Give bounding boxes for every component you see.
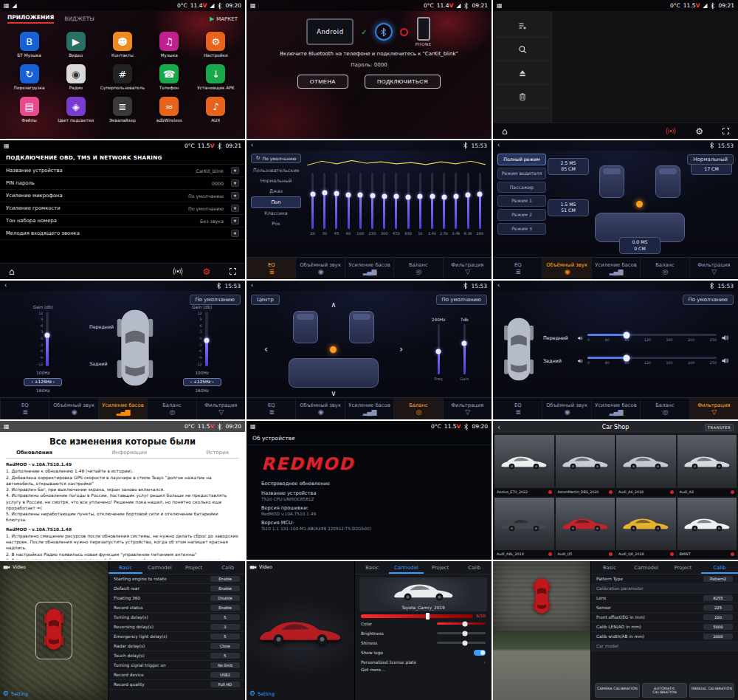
carmodel-setting-row[interactable]: Brightness <box>355 628 492 638</box>
video-chip[interactable]: Video <box>3 564 26 570</box>
settings-tab[interactable]: Basic <box>591 561 628 574</box>
mode-button[interactable]: Полный режим <box>497 154 546 165</box>
eq-band-slider[interactable]: 100 <box>355 173 366 236</box>
car-card[interactable]: Audi_A8L_2018 <box>494 498 554 559</box>
get-more-link[interactable]: Get more... <box>361 666 486 673</box>
rear-filter-slider[interactable]: 04085120160200250 <box>587 357 717 365</box>
app-icon[interactable]: B БТ Музыка <box>6 32 52 58</box>
dropdown-arrow-icon[interactable]: ▼ <box>231 192 239 199</box>
dropdown-arrow-icon[interactable]: ▼ <box>231 230 239 237</box>
slider-knob[interactable] <box>466 193 471 198</box>
setting-value[interactable]: Full HD <box>210 682 240 687</box>
setting-value[interactable]: USB2 <box>210 672 240 678</box>
preset-item[interactable]: Пользовательские <box>251 165 301 176</box>
front-filter-slider[interactable]: 04085120160200250 <box>587 334 717 342</box>
slider-track[interactable] <box>467 173 469 229</box>
app-icon[interactable]: ♫ Музыка <box>146 32 193 58</box>
slider-knob[interactable] <box>370 193 375 199</box>
setting-value[interactable]: 225 <box>703 605 733 611</box>
eq-band-slider[interactable]: 230 <box>367 173 378 236</box>
arrow-down-icon[interactable]: ∨ <box>331 390 336 397</box>
download-icon[interactable] <box>731 490 734 494</box>
eq-band-slider[interactable]: 60 <box>343 173 354 236</box>
app-icon[interactable]: ≈ adbWireless <box>146 97 193 123</box>
gain-slider[interactable] <box>46 312 49 366</box>
back-icon[interactable]: ‹ <box>251 143 253 148</box>
eq-band-slider[interactable]: 300 <box>379 173 390 236</box>
download-icon[interactable] <box>609 490 613 494</box>
audio-tab[interactable]: Объёмный звук ◉ <box>542 398 590 419</box>
car-card[interactable]: Aeolus_E70_2022 <box>494 435 554 496</box>
setting-chip[interactable]: ⚙Setting <box>3 690 28 697</box>
app-icon[interactable]: ⚙ Настройки <box>193 32 239 58</box>
slider-track[interactable] <box>479 173 481 229</box>
setting-value[interactable]: 5 <box>210 634 240 639</box>
settings-tab[interactable]: Project <box>665 561 702 574</box>
setting-value[interactable]: 5 <box>210 614 240 620</box>
setting-value[interactable]: Enable <box>210 586 240 591</box>
audio-tab[interactable]: EQ ≣ <box>493 258 542 279</box>
slider-track[interactable] <box>383 173 385 229</box>
car-card[interactable]: AstonMartin_DBS_2020 <box>556 435 615 496</box>
settings-row[interactable]: Turning signal trigger on No limit <box>108 661 245 670</box>
setting-value[interactable]: 2000 <box>703 634 733 639</box>
audio-tab[interactable]: Объёмный звук ◉ <box>295 258 344 279</box>
settings-tab[interactable]: Project <box>177 561 211 574</box>
back-icon[interactable]: ‹ <box>251 283 253 289</box>
default-button[interactable]: По умолчанию <box>436 295 487 305</box>
slider-knob[interactable] <box>310 191 315 196</box>
freq-option[interactable]: 160Hz <box>24 388 62 394</box>
setting-control[interactable] <box>437 642 486 644</box>
eq-band-slider[interactable]: 2.5k <box>438 173 449 236</box>
audio-tab[interactable]: Фильтрация ▽ <box>196 398 245 419</box>
preset-item[interactable]: Поп <box>251 196 301 208</box>
settings-row[interactable]: Turning delay(s) 5 <box>108 613 245 622</box>
setting-control[interactable] <box>437 632 486 634</box>
calibration-button[interactable]: AUTOMATIC CALIBRATION <box>642 683 687 698</box>
settings-row[interactable]: Sensor 225 <box>591 603 738 613</box>
download-icon[interactable] <box>609 552 613 556</box>
app-icon[interactable]: ≣ Эквалайзер <box>99 97 145 123</box>
control-knob[interactable] <box>463 631 468 636</box>
audio-tab[interactable]: EQ ≣ <box>493 398 542 419</box>
control-knob[interactable] <box>463 621 468 626</box>
slider-track[interactable] <box>371 173 373 229</box>
app-icon[interactable]: ↓ Установщик APK <box>193 64 239 90</box>
slider-track[interactable] <box>463 324 466 374</box>
setting-value[interactable]: 5000 <box>703 624 733 630</box>
slider-knob[interactable] <box>393 193 399 199</box>
settings-tab[interactable]: Carmodel <box>389 561 423 574</box>
car-card[interactable]: Audi_Q5 <box>556 498 615 559</box>
changelog-tab[interactable]: История <box>206 450 229 456</box>
settings-tab[interactable]: Basic <box>108 561 142 574</box>
carmodel-setting-row[interactable]: Shiness <box>355 638 492 648</box>
settings-row[interactable]: Radar delay(s) Close <box>108 642 245 651</box>
settings-tab[interactable]: Calib <box>701 561 738 574</box>
dropdown-arrow-icon[interactable]: ▼ <box>231 217 239 224</box>
audio-tab[interactable]: Усиление басов ▂▄▆ <box>345 398 393 419</box>
settings-row[interactable]: Усиление громкости По умолчанию ▼ <box>0 202 245 215</box>
settings-row[interactable]: Reversing delay(s) 3 <box>108 622 245 632</box>
eq-band-slider[interactable]: 1.4k <box>427 173 438 236</box>
slider-knob[interactable] <box>462 340 467 346</box>
cancel-button[interactable]: ОТМЕНА <box>297 75 348 89</box>
download-icon[interactable] <box>731 552 734 556</box>
slider-knob[interactable] <box>623 354 630 361</box>
setting-control[interactable] <box>437 622 486 625</box>
selected-car-card[interactable]: Toyota_Camry_2019 <box>359 577 487 611</box>
settings-row[interactable]: Название устройства CarKit_blink ▼ <box>0 165 245 177</box>
arrow-up-icon[interactable]: ∧ <box>331 301 336 309</box>
app-icon[interactable]: ▶ Видео <box>52 32 99 58</box>
app-icon[interactable]: ☎ Телефон <box>146 64 193 90</box>
download-icon[interactable] <box>670 490 674 494</box>
app-icon[interactable]: ▤ Файлы <box>6 97 52 123</box>
app-icon[interactable]: ♪ AUX <box>193 97 239 123</box>
slider-track[interactable] <box>407 173 410 229</box>
download-icon[interactable] <box>548 552 552 556</box>
settings-row[interactable]: Усиление микрофона По умолчанию ▼ <box>0 190 245 202</box>
default-button[interactable]: По умолчанию <box>190 295 241 305</box>
calibration-button[interactable]: CAMERA CALIBRATION <box>595 683 640 698</box>
control-knob[interactable] <box>480 651 485 655</box>
carmodel-setting-row[interactable]: Color <box>355 619 492 628</box>
slider-track[interactable] <box>311 173 314 229</box>
